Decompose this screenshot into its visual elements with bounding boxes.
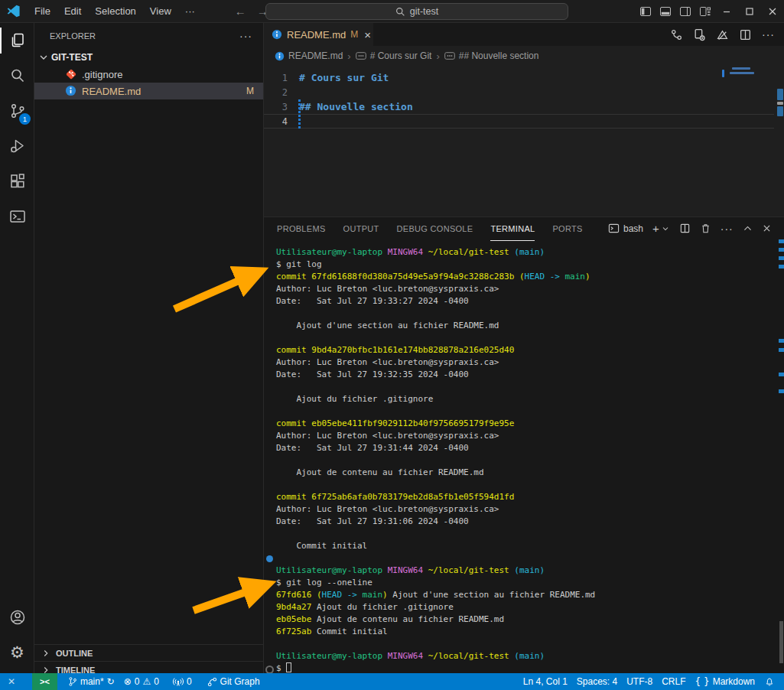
toggle-secondary-sidebar-icon[interactable] — [675, 2, 695, 21]
remote-indicator[interactable]: >< — [32, 673, 57, 690]
terminal-scrollbar[interactable] — [779, 621, 783, 663]
terminal-line: Author: Luc Breton <luc.breton@syspraxis… — [276, 430, 784, 442]
breadcrumbs: README.md › # Cours sur Git › ## Nouvell… — [264, 46, 784, 66]
eol-sequence[interactable]: CRLF — [657, 673, 690, 690]
search-value: git-test — [410, 6, 439, 17]
language-mode[interactable]: { } Markdown — [691, 673, 760, 690]
overview-ruler-modified — [777, 106, 783, 116]
menu-edit[interactable]: Edit — [57, 3, 88, 20]
terminal-line: Date: Sat Jul 27 19:31:06 2024 -0400 — [276, 516, 784, 528]
close-window-icon[interactable] — [761, 0, 784, 23]
terminal-line — [276, 308, 784, 320]
markdown-preview-icon[interactable] — [716, 28, 729, 41]
editor-line-current: 4 — [264, 114, 774, 129]
terminal-line — [276, 381, 784, 393]
explorer-more-icon[interactable]: ··· — [239, 30, 252, 42]
tab-readme[interactable]: README.md M × — [264, 23, 373, 46]
git-graph-button[interactable]: Git Graph — [203, 673, 265, 690]
breadcrumb-h1[interactable]: # Cours sur Git — [370, 50, 432, 61]
cursor-position[interactable]: Ln 4, Col 1 — [519, 673, 572, 690]
menu-selection[interactable]: Selection — [88, 3, 142, 20]
run-debug-icon — [8, 137, 27, 155]
encoding[interactable]: UTF-8 — [622, 673, 657, 690]
line-number: 4 — [264, 116, 299, 127]
git-graph-label: Git Graph — [220, 676, 260, 687]
panel-tab[interactable]: DEBUG CONSOLE — [397, 217, 473, 241]
file-gitignore[interactable]: .gitignore — [34, 66, 263, 83]
source-control-graph-icon[interactable] — [670, 28, 683, 41]
panel-tab[interactable]: TERMINAL — [490, 217, 535, 241]
panel-tab[interactable]: OUTPUT — [343, 217, 379, 241]
kill-terminal-icon[interactable] — [700, 223, 711, 234]
branch-name: main* — [80, 676, 104, 687]
maximize-panel-icon[interactable] — [743, 223, 753, 233]
new-terminal-button[interactable]: + — [652, 222, 670, 235]
activity-bar: 1 ⚙ — [0, 23, 34, 673]
settings-button[interactable]: ⚙ — [0, 635, 34, 670]
toggle-sidebar-icon[interactable] — [636, 2, 656, 21]
terminal-line: Author: Luc Breton <luc.breton@syspraxis… — [276, 283, 784, 295]
terminal-command-tick — [779, 265, 784, 269]
warning-icon: ⚠ — [142, 676, 151, 687]
terminal-output[interactable]: Utilisateur@my-laptop MINGW64 ~/local/gi… — [264, 241, 784, 675]
maximize-icon[interactable] — [738, 0, 761, 23]
branch-indicator[interactable]: main* ↻ — [63, 673, 119, 690]
split-terminal-icon[interactable] — [679, 223, 691, 234]
terminal-line: 6f725ab Commit initial — [276, 626, 784, 638]
activity-explorer[interactable] — [0, 23, 34, 58]
git-graph-icon — [207, 677, 217, 687]
menu-file[interactable]: File — [28, 3, 57, 20]
overview-ruler-cursor — [777, 102, 783, 105]
activity-terminal[interactable] — [0, 199, 34, 234]
terminal-line: Ajout de contenu au fichier README.md — [276, 467, 784, 479]
close-tab-icon[interactable]: × — [364, 28, 371, 41]
editor-line: 1 # Cours sur Git — [264, 70, 774, 85]
activity-source-control[interactable]: 1 — [0, 93, 34, 129]
account-icon — [8, 608, 27, 627]
breadcrumb-h2[interactable]: ## Nouvelle section — [459, 50, 539, 61]
activity-bar-bottom: ⚙ — [0, 600, 34, 670]
bottom-panel: PROBLEMSOUTPUTDEBUG CONSOLETERMINALPORTS… — [264, 216, 784, 673]
outline-section[interactable]: OUTLINE — [34, 644, 263, 661]
chevron-right-icon — [41, 648, 51, 659]
activity-extensions[interactable] — [0, 164, 34, 199]
panel-tab[interactable]: PORTS — [552, 217, 582, 241]
file-readme[interactable]: README.md M — [34, 83, 263, 99]
error-count: 0 — [135, 676, 140, 687]
terminal-command-tick — [779, 373, 784, 376]
activity-search[interactable] — [0, 58, 34, 93]
menu-more[interactable]: ··· — [178, 3, 202, 20]
shell-label: bash — [623, 223, 643, 234]
menu-view[interactable]: View — [143, 3, 178, 20]
terminal-line — [276, 638, 784, 650]
search-input[interactable]: git-test — [265, 3, 568, 20]
status-misc-icon[interactable]: ✕ — [5, 673, 18, 690]
close-panel-icon[interactable] — [762, 223, 772, 233]
breadcrumb-file[interactable]: README.md — [288, 50, 343, 61]
notifications-button[interactable] — [760, 673, 779, 690]
terminal-instance[interactable]: bash — [608, 223, 643, 234]
terminal-command-tick — [779, 256, 784, 260]
minimize-icon[interactable] — [715, 0, 738, 23]
back-icon[interactable]: ← — [229, 5, 252, 18]
folder-git-test[interactable]: GIT-TEST — [34, 49, 263, 66]
panel-tab[interactable]: PROBLEMS — [277, 217, 326, 241]
open-changes-icon[interactable] — [693, 28, 706, 41]
indentation[interactable]: Spaces: 4 — [572, 673, 622, 690]
more-actions-icon[interactable]: ··· — [762, 28, 775, 41]
ports-indicator[interactable]: 0 — [168, 673, 197, 690]
activity-run-debug[interactable] — [0, 129, 34, 164]
terminal-line: commit eb05ebe411fbf9029112b40f975669517… — [276, 418, 784, 430]
terminal-command-tick — [779, 348, 784, 352]
line-text: ## Nouvelle section — [299, 101, 413, 112]
explorer-header: EXPLORER ··· — [34, 23, 263, 49]
split-editor-icon[interactable] — [739, 28, 752, 41]
line-number: 2 — [264, 87, 299, 98]
problems-indicator[interactable]: ⊗ 0 ⚠ 0 — [119, 673, 164, 690]
terminal-icon — [8, 207, 27, 226]
toggle-panel-icon[interactable] — [656, 2, 675, 21]
panel-more-icon[interactable]: ··· — [721, 223, 734, 235]
customize-layout-icon[interactable] — [695, 2, 715, 21]
account-button[interactable] — [0, 600, 34, 635]
editor-content[interactable]: 1 # Cours sur Git 2 3 ## Nouvelle sectio… — [264, 66, 784, 216]
